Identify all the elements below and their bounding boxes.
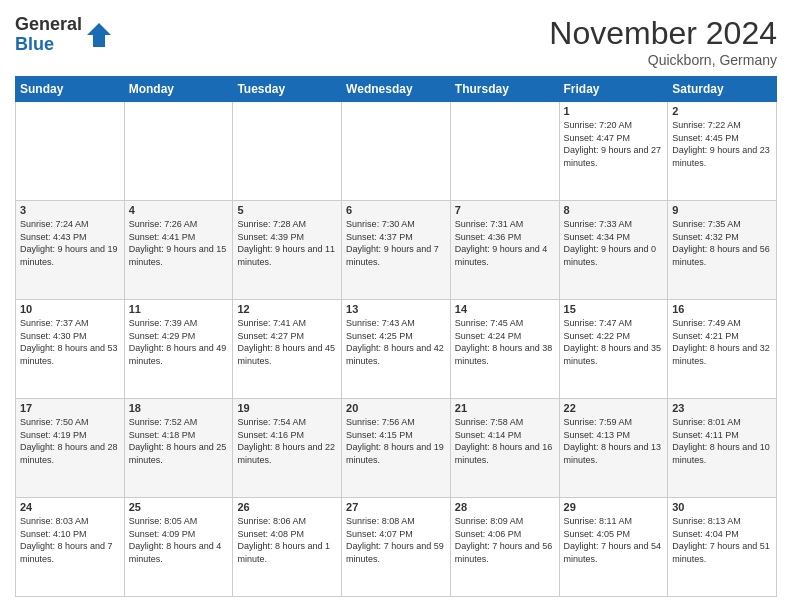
calendar-body: 1Sunrise: 7:20 AMSunset: 4:47 PMDaylight… bbox=[16, 102, 777, 597]
week-row-5: 24Sunrise: 8:03 AMSunset: 4:10 PMDayligh… bbox=[16, 498, 777, 597]
logo-text: General Blue bbox=[15, 15, 82, 55]
day-number: 26 bbox=[237, 501, 337, 513]
day-number: 16 bbox=[672, 303, 772, 315]
header-cell-wednesday: Wednesday bbox=[342, 77, 451, 102]
week-row-3: 10Sunrise: 7:37 AMSunset: 4:30 PMDayligh… bbox=[16, 300, 777, 399]
day-info: Sunrise: 7:26 AMSunset: 4:41 PMDaylight:… bbox=[129, 218, 229, 268]
day-info: Sunrise: 8:13 AMSunset: 4:04 PMDaylight:… bbox=[672, 515, 772, 565]
logo-general: General bbox=[15, 15, 82, 35]
header-cell-friday: Friday bbox=[559, 77, 668, 102]
day-number: 12 bbox=[237, 303, 337, 315]
day-cell: 24Sunrise: 8:03 AMSunset: 4:10 PMDayligh… bbox=[16, 498, 125, 597]
day-number: 2 bbox=[672, 105, 772, 117]
day-info: Sunrise: 7:31 AMSunset: 4:36 PMDaylight:… bbox=[455, 218, 555, 268]
day-number: 23 bbox=[672, 402, 772, 414]
day-info: Sunrise: 8:11 AMSunset: 4:05 PMDaylight:… bbox=[564, 515, 664, 565]
day-number: 9 bbox=[672, 204, 772, 216]
header-cell-thursday: Thursday bbox=[450, 77, 559, 102]
day-number: 8 bbox=[564, 204, 664, 216]
day-cell: 10Sunrise: 7:37 AMSunset: 4:30 PMDayligh… bbox=[16, 300, 125, 399]
day-info: Sunrise: 7:47 AMSunset: 4:22 PMDaylight:… bbox=[564, 317, 664, 367]
day-number: 5 bbox=[237, 204, 337, 216]
day-info: Sunrise: 8:08 AMSunset: 4:07 PMDaylight:… bbox=[346, 515, 446, 565]
day-info: Sunrise: 7:43 AMSunset: 4:25 PMDaylight:… bbox=[346, 317, 446, 367]
day-cell: 9Sunrise: 7:35 AMSunset: 4:32 PMDaylight… bbox=[668, 201, 777, 300]
day-number: 20 bbox=[346, 402, 446, 414]
location: Quickborn, Germany bbox=[549, 52, 777, 68]
day-info: Sunrise: 7:41 AMSunset: 4:27 PMDaylight:… bbox=[237, 317, 337, 367]
day-cell: 28Sunrise: 8:09 AMSunset: 4:06 PMDayligh… bbox=[450, 498, 559, 597]
day-info: Sunrise: 7:35 AMSunset: 4:32 PMDaylight:… bbox=[672, 218, 772, 268]
day-number: 15 bbox=[564, 303, 664, 315]
calendar: SundayMondayTuesdayWednesdayThursdayFrid… bbox=[15, 76, 777, 597]
day-cell: 3Sunrise: 7:24 AMSunset: 4:43 PMDaylight… bbox=[16, 201, 125, 300]
day-cell bbox=[450, 102, 559, 201]
day-number: 7 bbox=[455, 204, 555, 216]
day-number: 24 bbox=[20, 501, 120, 513]
day-info: Sunrise: 7:22 AMSunset: 4:45 PMDaylight:… bbox=[672, 119, 772, 169]
month-title: November 2024 bbox=[549, 15, 777, 52]
day-info: Sunrise: 7:33 AMSunset: 4:34 PMDaylight:… bbox=[564, 218, 664, 268]
day-info: Sunrise: 7:52 AMSunset: 4:18 PMDaylight:… bbox=[129, 416, 229, 466]
day-number: 25 bbox=[129, 501, 229, 513]
page: General Blue November 2024 Quickborn, Ge… bbox=[0, 0, 792, 612]
day-cell: 22Sunrise: 7:59 AMSunset: 4:13 PMDayligh… bbox=[559, 399, 668, 498]
logo-icon bbox=[85, 21, 113, 49]
day-cell: 2Sunrise: 7:22 AMSunset: 4:45 PMDaylight… bbox=[668, 102, 777, 201]
week-row-4: 17Sunrise: 7:50 AMSunset: 4:19 PMDayligh… bbox=[16, 399, 777, 498]
day-info: Sunrise: 7:20 AMSunset: 4:47 PMDaylight:… bbox=[564, 119, 664, 169]
week-row-2: 3Sunrise: 7:24 AMSunset: 4:43 PMDaylight… bbox=[16, 201, 777, 300]
day-info: Sunrise: 7:50 AMSunset: 4:19 PMDaylight:… bbox=[20, 416, 120, 466]
day-cell: 20Sunrise: 7:56 AMSunset: 4:15 PMDayligh… bbox=[342, 399, 451, 498]
day-info: Sunrise: 8:09 AMSunset: 4:06 PMDaylight:… bbox=[455, 515, 555, 565]
calendar-header: SundayMondayTuesdayWednesdayThursdayFrid… bbox=[16, 77, 777, 102]
day-cell: 15Sunrise: 7:47 AMSunset: 4:22 PMDayligh… bbox=[559, 300, 668, 399]
day-cell: 8Sunrise: 7:33 AMSunset: 4:34 PMDaylight… bbox=[559, 201, 668, 300]
day-cell bbox=[124, 102, 233, 201]
day-cell: 25Sunrise: 8:05 AMSunset: 4:09 PMDayligh… bbox=[124, 498, 233, 597]
title-block: November 2024 Quickborn, Germany bbox=[549, 15, 777, 68]
day-number: 10 bbox=[20, 303, 120, 315]
day-number: 13 bbox=[346, 303, 446, 315]
day-info: Sunrise: 7:28 AMSunset: 4:39 PMDaylight:… bbox=[237, 218, 337, 268]
day-cell: 30Sunrise: 8:13 AMSunset: 4:04 PMDayligh… bbox=[668, 498, 777, 597]
day-cell: 7Sunrise: 7:31 AMSunset: 4:36 PMDaylight… bbox=[450, 201, 559, 300]
day-info: Sunrise: 7:56 AMSunset: 4:15 PMDaylight:… bbox=[346, 416, 446, 466]
day-cell: 17Sunrise: 7:50 AMSunset: 4:19 PMDayligh… bbox=[16, 399, 125, 498]
day-number: 30 bbox=[672, 501, 772, 513]
day-number: 29 bbox=[564, 501, 664, 513]
day-info: Sunrise: 8:05 AMSunset: 4:09 PMDaylight:… bbox=[129, 515, 229, 565]
day-cell: 26Sunrise: 8:06 AMSunset: 4:08 PMDayligh… bbox=[233, 498, 342, 597]
day-info: Sunrise: 7:59 AMSunset: 4:13 PMDaylight:… bbox=[564, 416, 664, 466]
day-cell: 29Sunrise: 8:11 AMSunset: 4:05 PMDayligh… bbox=[559, 498, 668, 597]
logo-blue: Blue bbox=[15, 35, 82, 55]
day-info: Sunrise: 7:24 AMSunset: 4:43 PMDaylight:… bbox=[20, 218, 120, 268]
day-info: Sunrise: 7:39 AMSunset: 4:29 PMDaylight:… bbox=[129, 317, 229, 367]
header-cell-sunday: Sunday bbox=[16, 77, 125, 102]
day-cell: 14Sunrise: 7:45 AMSunset: 4:24 PMDayligh… bbox=[450, 300, 559, 399]
day-number: 14 bbox=[455, 303, 555, 315]
day-cell bbox=[16, 102, 125, 201]
day-cell bbox=[342, 102, 451, 201]
day-cell: 1Sunrise: 7:20 AMSunset: 4:47 PMDaylight… bbox=[559, 102, 668, 201]
day-number: 28 bbox=[455, 501, 555, 513]
day-info: Sunrise: 7:49 AMSunset: 4:21 PMDaylight:… bbox=[672, 317, 772, 367]
day-number: 11 bbox=[129, 303, 229, 315]
week-row-1: 1Sunrise: 7:20 AMSunset: 4:47 PMDaylight… bbox=[16, 102, 777, 201]
day-info: Sunrise: 7:58 AMSunset: 4:14 PMDaylight:… bbox=[455, 416, 555, 466]
day-cell: 12Sunrise: 7:41 AMSunset: 4:27 PMDayligh… bbox=[233, 300, 342, 399]
svg-marker-0 bbox=[87, 23, 111, 47]
day-info: Sunrise: 7:37 AMSunset: 4:30 PMDaylight:… bbox=[20, 317, 120, 367]
day-cell: 19Sunrise: 7:54 AMSunset: 4:16 PMDayligh… bbox=[233, 399, 342, 498]
day-number: 4 bbox=[129, 204, 229, 216]
day-number: 17 bbox=[20, 402, 120, 414]
header: General Blue November 2024 Quickborn, Ge… bbox=[15, 15, 777, 68]
day-info: Sunrise: 7:45 AMSunset: 4:24 PMDaylight:… bbox=[455, 317, 555, 367]
day-number: 6 bbox=[346, 204, 446, 216]
header-cell-monday: Monday bbox=[124, 77, 233, 102]
day-cell: 23Sunrise: 8:01 AMSunset: 4:11 PMDayligh… bbox=[668, 399, 777, 498]
day-cell: 5Sunrise: 7:28 AMSunset: 4:39 PMDaylight… bbox=[233, 201, 342, 300]
day-number: 1 bbox=[564, 105, 664, 117]
header-row: SundayMondayTuesdayWednesdayThursdayFrid… bbox=[16, 77, 777, 102]
day-info: Sunrise: 8:03 AMSunset: 4:10 PMDaylight:… bbox=[20, 515, 120, 565]
